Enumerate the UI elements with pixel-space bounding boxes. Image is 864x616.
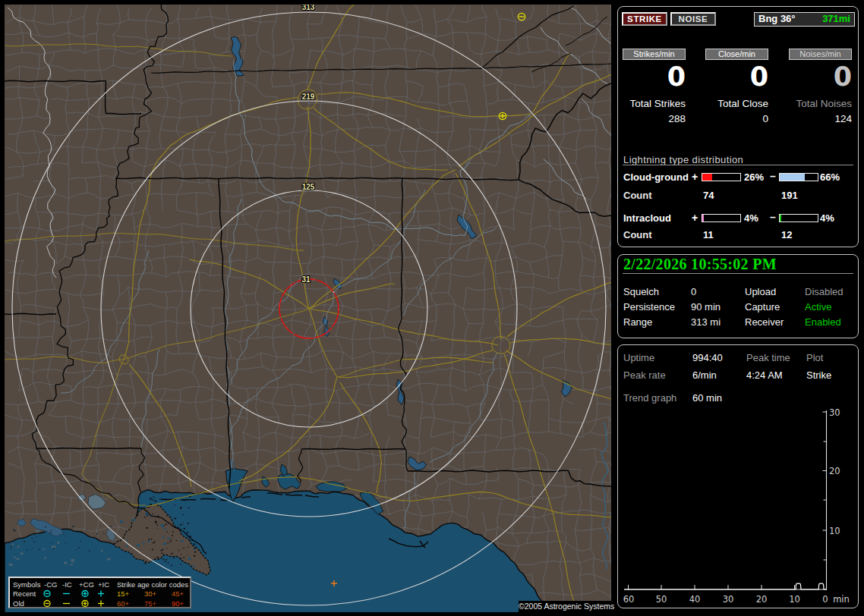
noise-mode-button[interactable]: NOISE bbox=[670, 12, 716, 26]
marsh-speck bbox=[89, 551, 90, 552]
x-tick-30: 30 bbox=[723, 594, 734, 605]
marsh-speck bbox=[51, 530, 52, 531]
plot-value: Strike bbox=[806, 369, 831, 381]
marsh-speck bbox=[152, 549, 153, 551]
legend-age-30: 30+ bbox=[144, 589, 156, 599]
marsh-pond bbox=[161, 524, 164, 527]
marsh-speck bbox=[151, 539, 153, 540]
marsh-speck bbox=[103, 533, 105, 534]
marsh-pond bbox=[44, 557, 46, 560]
strike-mode-button[interactable]: STRIKE bbox=[622, 12, 667, 26]
total-noises-value: 124 bbox=[761, 113, 852, 124]
ic-plus-bar-fill bbox=[702, 215, 704, 222]
old-symbol-glyphs bbox=[44, 601, 104, 607]
trend-graph: 30 20 10 60 50 40 30 20 10 0 min bbox=[617, 402, 860, 611]
marsh-pond bbox=[165, 528, 166, 530]
marsh-pond bbox=[171, 513, 173, 516]
marsh-speck bbox=[150, 498, 151, 498]
marsh-speck bbox=[99, 537, 99, 538]
marsh-speck bbox=[166, 524, 167, 525]
marsh-pond bbox=[70, 564, 74, 565]
noises-per-min-column: Noises/min 0 Total Noises 124 bbox=[761, 46, 852, 124]
marsh-speck bbox=[144, 564, 145, 564]
marsh-pond bbox=[101, 549, 102, 552]
marsh-speck bbox=[162, 548, 163, 550]
marsh-speck bbox=[173, 558, 175, 558]
capture-value: Active bbox=[805, 301, 831, 313]
marsh-speck bbox=[24, 541, 25, 542]
marsh-speck bbox=[33, 541, 34, 542]
marsh-pond bbox=[107, 558, 112, 560]
trend-x-tick-labels: 60 50 40 30 20 10 0 min bbox=[623, 594, 850, 605]
legend-old-symbols bbox=[43, 599, 106, 608]
marsh-speck bbox=[152, 514, 153, 514]
marsh-pond bbox=[135, 563, 139, 564]
bearing-distance-box: Bng 36° 371mi bbox=[754, 12, 855, 27]
cg-minus-bar-fill bbox=[780, 174, 805, 181]
marsh-speck bbox=[183, 523, 184, 523]
marsh-speck bbox=[156, 557, 158, 558]
marsh-speck bbox=[96, 533, 98, 535]
marsh-speck bbox=[36, 536, 36, 537]
cloud-ground-label: Cloud-ground bbox=[623, 171, 689, 183]
marsh-pond bbox=[42, 548, 46, 550]
legend-old-label: Old bbox=[13, 599, 24, 608]
capture-label: Capture bbox=[745, 301, 780, 313]
border-alabama-florida bbox=[301, 449, 405, 450]
barrier-island bbox=[200, 498, 216, 499]
strikes-per-min-column: Strikes/min 0 Total Strikes 288 bbox=[594, 46, 686, 124]
marsh-speck bbox=[80, 541, 81, 542]
ring-label-125: 125 bbox=[302, 183, 315, 191]
marsh-speck bbox=[161, 553, 162, 554]
marsh-pond bbox=[145, 512, 148, 515]
marsh-pond bbox=[16, 558, 20, 561]
marsh-speck bbox=[34, 535, 35, 536]
marsh-speck bbox=[172, 531, 174, 533]
ic-minus-pct: 4% bbox=[820, 212, 834, 224]
marsh-speck bbox=[178, 550, 179, 552]
marsh-speck bbox=[166, 548, 167, 549]
ic-plus-pct: 4% bbox=[744, 212, 758, 224]
squelch-value: 0 bbox=[691, 286, 696, 297]
marsh-pond bbox=[52, 545, 56, 548]
distance-value: 371mi bbox=[822, 13, 850, 26]
plot-label: Plot bbox=[806, 352, 823, 363]
y-tick-20: 20 bbox=[829, 466, 840, 476]
marsh-pond bbox=[162, 536, 164, 539]
persistence-value: 90 min bbox=[691, 301, 721, 313]
noises-per-min-button[interactable]: Noises/min bbox=[789, 49, 852, 60]
total-close-label: Total Close bbox=[677, 98, 768, 109]
close-per-min-button[interactable]: Close/min bbox=[705, 49, 768, 60]
marsh-speck bbox=[41, 532, 42, 533]
peak-time-label: Peak time bbox=[746, 352, 790, 363]
marsh-pond bbox=[163, 543, 166, 545]
marsh-speck bbox=[180, 508, 181, 508]
copyright-notice: ©2005 Astrogenic Systems bbox=[519, 601, 612, 612]
marsh-speck bbox=[110, 526, 112, 528]
cg-plus-pct: 26% bbox=[744, 171, 764, 183]
marsh-speck bbox=[34, 542, 36, 542]
distribution-underline bbox=[623, 165, 853, 165]
marsh-speck bbox=[146, 561, 147, 563]
receiver-label: Receiver bbox=[745, 316, 784, 328]
marsh-speck bbox=[149, 507, 150, 508]
marsh-speck bbox=[27, 550, 28, 551]
chandeleur-island bbox=[194, 552, 196, 553]
marsh-speck bbox=[188, 523, 189, 524]
marsh-speck bbox=[181, 564, 181, 565]
x-tick-0: 0 bbox=[822, 594, 828, 605]
marsh-speck bbox=[175, 504, 175, 506]
marsh-speck bbox=[157, 528, 158, 529]
marsh-pond bbox=[15, 545, 20, 548]
upload-value: Disabled bbox=[805, 286, 844, 297]
marsh-speck bbox=[183, 548, 185, 548]
strikes-per-min-button[interactable]: Strikes/min bbox=[623, 49, 686, 60]
cg-minus-pct: 66% bbox=[820, 171, 840, 183]
marsh-speck bbox=[144, 517, 147, 517]
marsh-speck bbox=[147, 515, 148, 517]
marsh-speck bbox=[153, 499, 154, 500]
marsh-pond bbox=[193, 565, 194, 567]
ic-minus-bar-fill bbox=[780, 215, 781, 222]
marsh-speck bbox=[155, 501, 156, 502]
cg-plus-count: 74 bbox=[703, 190, 714, 201]
